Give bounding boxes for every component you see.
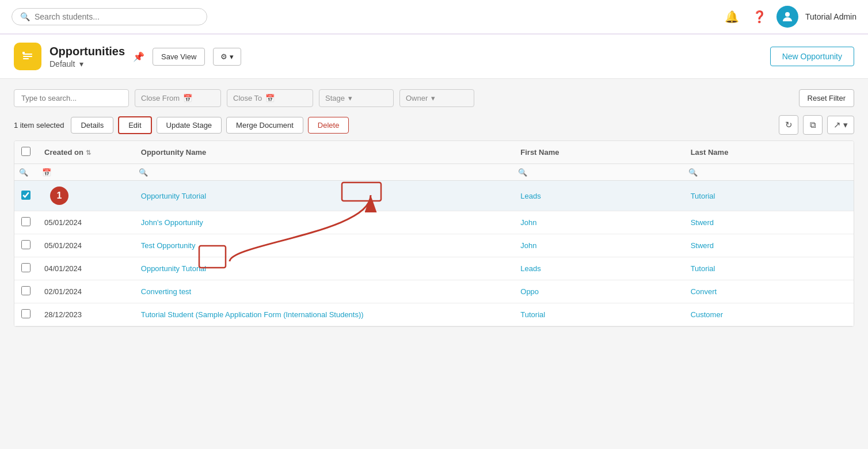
- owner-label: Owner: [406, 94, 428, 102]
- row-6-first-name-link[interactable]: Tutorial: [520, 310, 545, 319]
- row-2-last-name-link[interactable]: Stwerd: [691, 218, 714, 227]
- row-6-last-name[interactable]: Customer: [684, 303, 854, 326]
- col-filter-opportunity-name[interactable]: [134, 164, 513, 181]
- row-2-created-on: 05/01/2024: [37, 211, 134, 234]
- close-to-filter[interactable]: Close To 📅: [227, 89, 313, 107]
- user-name: Tutorial Admin: [805, 12, 856, 21]
- row-2-checkbox[interactable]: [21, 217, 31, 226]
- header-opportunity-name[interactable]: Opportunity Name: [134, 141, 513, 164]
- row-6-checkbox[interactable]: [21, 309, 31, 318]
- new-opportunity-button[interactable]: New Opportunity: [770, 47, 854, 66]
- copy-button[interactable]: ⧉: [803, 115, 823, 135]
- gear-button[interactable]: ⚙ ▾: [213, 48, 241, 66]
- row-4-last-name[interactable]: Tutorial: [684, 257, 854, 280]
- table-row: 02/01/2024 Converting test Oppo Convert: [14, 280, 854, 303]
- search-icon: 🔍: [20, 12, 30, 21]
- row-2-first-name-link[interactable]: John: [520, 218, 536, 227]
- pin-icon[interactable]: 📌: [133, 51, 144, 62]
- table-row: 04/01/2024 Opportunity Tutorial Leads Tu…: [14, 257, 854, 280]
- row-1-first-name[interactable]: Leads: [513, 181, 683, 211]
- page-title: Opportunities: [50, 45, 125, 58]
- owner-filter[interactable]: Owner ▾: [399, 89, 474, 107]
- row-3-first-name-link[interactable]: John: [520, 241, 536, 250]
- save-view-button[interactable]: Save View: [153, 48, 205, 66]
- calendar-col-icon: 📅: [42, 168, 51, 177]
- row-1-checkbox[interactable]: [21, 191, 31, 200]
- row-6-opportunity-name[interactable]: Tutorial Student (Sample Application For…: [134, 303, 513, 326]
- col-filter-created-on[interactable]: 📅: [37, 164, 134, 181]
- row-1-opp-link[interactable]: Opportunity Tutorial: [141, 192, 206, 200]
- row-3-opp-link[interactable]: Test Opportunity: [141, 241, 196, 250]
- first-name-col-search[interactable]: [518, 168, 679, 177]
- global-search-bar[interactable]: 🔍: [12, 8, 207, 25]
- row-2-first-name[interactable]: John: [513, 211, 683, 234]
- table-row: 05/01/2024 John's Opportunity John Stwer…: [14, 211, 854, 234]
- row-5-created-on: 02/01/2024: [37, 280, 134, 303]
- filter-row: Close From 📅 Close To 📅 Stage ▾ Owner ▾ …: [14, 89, 854, 107]
- row-6-last-name-link[interactable]: Customer: [691, 310, 723, 319]
- edit-button[interactable]: Edit: [118, 116, 151, 134]
- row-6-opp-link[interactable]: Tutorial Student (Sample Application For…: [141, 310, 364, 319]
- row-4-opp-link[interactable]: Opportunity Tutorial: [141, 264, 206, 273]
- bell-icon[interactable]: 🔔: [721, 6, 742, 27]
- avatar[interactable]: [776, 6, 798, 28]
- row-5-first-name[interactable]: Oppo: [513, 280, 683, 303]
- header-last-name[interactable]: Last Name: [684, 141, 854, 164]
- row-4-last-name-link[interactable]: Tutorial: [691, 264, 715, 273]
- col-filter-last-name[interactable]: [684, 164, 854, 181]
- row-3-last-name-link[interactable]: Stwerd: [691, 241, 714, 250]
- stage-filter[interactable]: Stage ▾: [319, 89, 394, 107]
- select-all-checkbox[interactable]: [21, 147, 31, 156]
- help-icon[interactable]: ❓: [749, 6, 770, 27]
- row-5-last-name-link[interactable]: Convert: [691, 287, 717, 296]
- delete-button[interactable]: Delete: [308, 117, 349, 134]
- text-search-input[interactable]: [14, 89, 129, 107]
- row-4-opportunity-name[interactable]: Opportunity Tutorial: [134, 257, 513, 280]
- close-from-filter[interactable]: Close From 📅: [135, 89, 221, 107]
- row-4-first-name[interactable]: Leads: [513, 257, 683, 280]
- row-3-opportunity-name[interactable]: Test Opportunity: [134, 234, 513, 257]
- svg-point-0: [785, 12, 790, 17]
- row-1-last-name-link[interactable]: Tutorial: [691, 192, 715, 200]
- row-5-opportunity-name[interactable]: Converting test: [134, 280, 513, 303]
- row-5-last-name[interactable]: Convert: [684, 280, 854, 303]
- table-header-row: Created on ⇅ Opportunity Name First Name…: [14, 141, 854, 164]
- row-1-opportunity-name[interactable]: Opportunity Tutorial: [134, 181, 513, 211]
- row-1-checkbox-cell[interactable]: [14, 181, 37, 211]
- row-2-opp-link[interactable]: John's Opportunity: [141, 218, 203, 227]
- row-1-last-name[interactable]: Tutorial: [684, 181, 854, 211]
- reset-filter-button[interactable]: Reset Filter: [799, 89, 854, 107]
- row-4-first-name-link[interactable]: Leads: [520, 264, 540, 273]
- row-3-checkbox[interactable]: [21, 240, 31, 249]
- row-1-first-name-link[interactable]: Leads: [520, 192, 540, 200]
- refresh-button[interactable]: ↻: [779, 115, 798, 135]
- page-title-block: Opportunities Default ▾: [50, 45, 125, 69]
- col-filter-first-name[interactable]: [513, 164, 683, 181]
- last-name-col-search[interactable]: [688, 168, 849, 177]
- subtitle-chevron-icon[interactable]: ▾: [79, 59, 83, 69]
- merge-document-button[interactable]: Merge Document: [226, 117, 303, 134]
- opp-name-col-search[interactable]: [139, 168, 509, 177]
- calendar-icon: 📅: [183, 94, 192, 102]
- row-3-first-name[interactable]: John: [513, 234, 683, 257]
- row-5-checkbox[interactable]: [21, 286, 31, 295]
- row-3-last-name[interactable]: Stwerd: [684, 234, 854, 257]
- row-6-first-name[interactable]: Tutorial: [513, 303, 683, 326]
- row-5-first-name-link[interactable]: Oppo: [520, 287, 539, 296]
- export-button[interactable]: ↗ ▾: [827, 116, 854, 134]
- table-row: 05/01/2024 Test Opportunity John Stwerd: [14, 234, 854, 257]
- row-3-created-on: 05/01/2024: [37, 234, 134, 257]
- update-stage-button[interactable]: Update Stage: [157, 117, 222, 134]
- search-col-icon: 🔍: [19, 168, 28, 177]
- copy-icon: ⧉: [810, 120, 816, 130]
- svg-rect-2: [22, 52, 25, 54]
- row-4-checkbox[interactable]: [21, 263, 31, 272]
- row-2-opportunity-name[interactable]: John's Opportunity: [134, 211, 513, 234]
- header-created-on[interactable]: Created on ⇅: [37, 141, 134, 164]
- calendar-icon-2: 📅: [265, 94, 275, 102]
- details-button[interactable]: Details: [71, 117, 113, 134]
- row-2-last-name[interactable]: Stwerd: [684, 211, 854, 234]
- row-5-opp-link[interactable]: Converting test: [141, 287, 191, 296]
- search-input[interactable]: [35, 12, 199, 21]
- header-first-name[interactable]: First Name: [513, 141, 683, 164]
